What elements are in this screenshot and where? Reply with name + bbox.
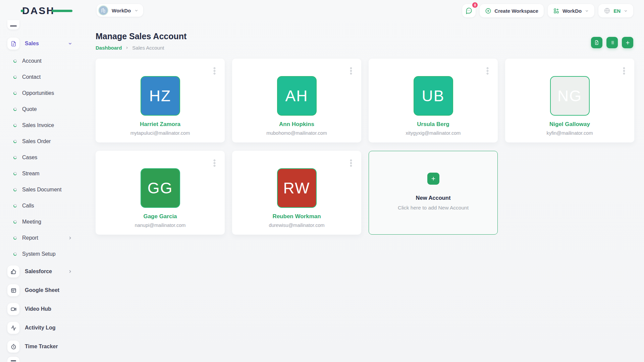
account-email: nanupi@mailinator.com [135, 223, 186, 228]
sidebar-item-label: Google Sheet [25, 287, 59, 293]
plus-icon [625, 40, 631, 46]
create-workspace-button[interactable]: Create Workspace [480, 4, 544, 17]
bullet-icon [13, 204, 17, 208]
grid-plus-icon [553, 8, 559, 14]
menu-toggle-button[interactable] [7, 20, 19, 29]
kebab-menu-icon[interactable] [486, 67, 489, 75]
building-icon [98, 5, 108, 15]
sidebar-item-account[interactable]: Account [0, 53, 84, 69]
sidebar-item-activity-log[interactable]: Activity Log [0, 320, 84, 336]
bullet-icon [13, 139, 17, 144]
dash-logo[interactable]: DASH [22, 6, 66, 16]
page-actions [591, 37, 633, 48]
account-name[interactable]: Ann Hopkins [279, 121, 314, 128]
new-account-title: New Account [416, 195, 451, 201]
sidebar-item-sales-order[interactable]: Sales Order [0, 133, 84, 149]
sidebar-item-label: Meeting [22, 219, 41, 225]
avatar: AH [277, 76, 317, 116]
sidebar-item-system-setup[interactable]: System Setup [0, 246, 84, 262]
logo-dot [21, 10, 23, 12]
sidebar-item-label: Activity Log [25, 325, 56, 331]
list-icon [609, 40, 615, 45]
bullet-icon [13, 75, 17, 79]
account-name[interactable]: Gage Garcia [143, 213, 177, 220]
account-card-ursula-berg[interactable]: UB Ursula Berg xitygyxig@mailinator.com [369, 59, 498, 142]
clock-icon [7, 341, 19, 353]
account-name[interactable]: Harriet Zamora [140, 121, 180, 128]
bullet-icon [13, 236, 17, 240]
bullet-icon [13, 91, 17, 96]
workspace-name: WorkDo [112, 8, 131, 13]
account-card-nigel-galloway[interactable]: NG Nigel Galloway kyfin@mailinator.com [505, 59, 634, 142]
list-view-button[interactable] [606, 37, 618, 48]
sidebar-item-report[interactable]: Report [0, 230, 84, 246]
breadcrumb: Dashboard Sales Account [96, 45, 164, 51]
export-button[interactable] [591, 37, 602, 48]
sidebar-item-label: Stream [22, 171, 40, 177]
bullet-icon [13, 123, 17, 128]
bullet-icon [13, 59, 17, 63]
sidebar-item-time-tracker[interactable]: Time Tracker [0, 339, 84, 355]
bullet-icon [13, 172, 17, 176]
account-name[interactable]: Ursula Berg [417, 121, 449, 128]
plus-circle-icon [485, 8, 491, 14]
sidebar-item-label: Time Tracker [25, 344, 58, 350]
chevron-down-icon [585, 9, 589, 13]
create-workspace-label: Create Workspace [494, 8, 538, 14]
breadcrumb-current: Sales Account [132, 45, 164, 51]
account-email: durewisu@mailinator.com [269, 223, 324, 228]
avatar: GG [141, 168, 180, 208]
breadcrumb-dashboard-link[interactable]: Dashboard [96, 45, 122, 51]
sidebar-item-video-hub[interactable]: Video Hub [0, 301, 84, 317]
kebab-menu-icon[interactable] [350, 159, 353, 167]
account-card-reuben-workman[interactable]: RW Reuben Workman durewisu@mailinator.co… [232, 151, 361, 235]
bullet-icon [13, 188, 17, 192]
chevron-down-icon [68, 41, 72, 46]
messages-button[interactable]: 0 [462, 4, 476, 17]
kebab-menu-icon[interactable] [350, 67, 353, 75]
sidebar-item-contact[interactable]: Contact [0, 69, 84, 85]
sidebar-item-sales[interactable]: Sales [0, 36, 84, 52]
plus-icon[interactable] [427, 173, 439, 185]
account-card-gage-garcia[interactable]: GG Gage Garcia nanupi@mailinator.com [96, 151, 225, 235]
file-export-icon [594, 40, 599, 45]
sidebar-item-cases[interactable]: Cases [0, 149, 84, 166]
sidebar-item-quote[interactable]: Quote [0, 101, 84, 117]
language-code: EN [613, 8, 621, 14]
sidebar-item-label: Sales [25, 41, 39, 47]
page-title: Manage Sales Account [96, 32, 186, 41]
sidebar-item-stream[interactable]: Stream [0, 166, 84, 182]
sidebar-item-label: Opportunities [22, 90, 54, 96]
kebab-menu-icon[interactable] [623, 67, 626, 75]
workspace-switcher[interactable]: WorkDo [97, 4, 143, 17]
account-card-harriet-zamora[interactable]: HZ Harriet Zamora mytapuluci@mailinator.… [96, 59, 225, 142]
sidebar-item-label: Sales Invoice [22, 122, 54, 128]
sidebar-item-sales-document[interactable]: Sales Document [0, 182, 84, 198]
sidebar-item-salesforce[interactable]: Salesforce [0, 263, 84, 280]
sidebar-item-calls[interactable]: Calls [0, 198, 84, 214]
chat-bubble-icon [465, 7, 473, 14]
account-name[interactable]: Reuben Workman [272, 213, 321, 220]
account-card-ann-hopkins[interactable]: AH Ann Hopkins mubohomo@mailinator.com [232, 59, 361, 142]
new-account-card[interactable]: New Account Click here to add New Accoun… [369, 151, 498, 235]
kebab-menu-icon[interactable] [213, 159, 216, 167]
sidebar-item-label: Report [22, 235, 38, 241]
new-account-subtitle: Click here to add New Account [398, 205, 469, 211]
sidebar-item-meeting[interactable]: Meeting [0, 214, 84, 230]
sidebar-item-google-sheet[interactable]: Google Sheet [0, 282, 84, 298]
chevron-down-icon [624, 9, 628, 13]
workspace-menu-button[interactable]: WorkDo [548, 4, 594, 17]
add-account-button[interactable] [622, 37, 633, 48]
sidebar-item-partial[interactable] [7, 357, 19, 362]
sidebar-item-opportunities[interactable]: Opportunities [0, 85, 84, 101]
table-icon [7, 284, 19, 296]
header-actions: 0 Create Workspace WorkDo EN [462, 4, 633, 17]
sidebar-item-label: Calls [22, 203, 34, 209]
bullet-icon [13, 252, 17, 256]
language-selector[interactable]: EN [598, 4, 633, 17]
avatar: HZ [141, 76, 180, 116]
sidebar-item-sales-invoice[interactable]: Sales Invoice [0, 117, 84, 133]
kebab-menu-icon[interactable] [213, 67, 216, 75]
video-camera-icon [7, 303, 19, 315]
account-name[interactable]: Nigel Galloway [549, 121, 590, 128]
